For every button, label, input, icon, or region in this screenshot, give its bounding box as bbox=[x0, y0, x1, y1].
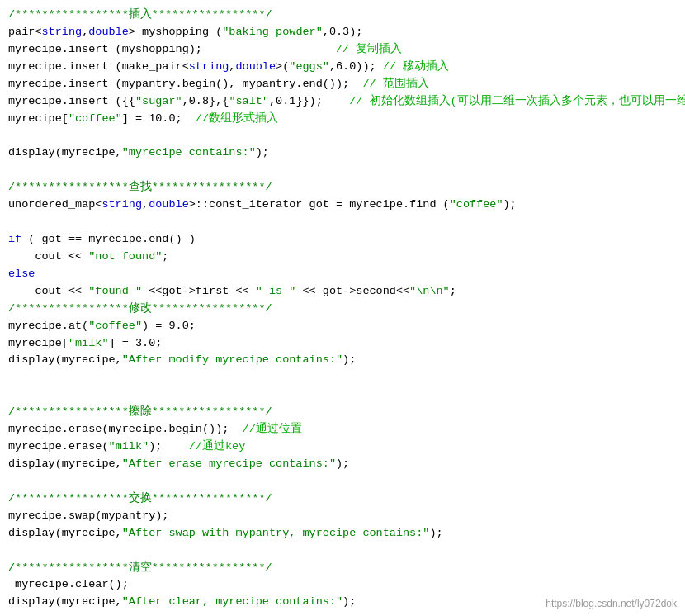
code-line-32 bbox=[8, 543, 677, 560]
code-line-7: myrecipe["coffee"] = 10.0; //数组形式插入 bbox=[8, 111, 677, 128]
code-line-23 bbox=[8, 386, 677, 404]
code-line-8 bbox=[8, 127, 677, 145]
code-line-2: pair<string,double> myshopping ("baking … bbox=[8, 24, 677, 41]
code-line-25: myrecipe.erase(myrecipe.begin()); //通过位置 bbox=[8, 421, 677, 438]
code-line-19: myrecipe.at("coffee") = 9.0; bbox=[8, 318, 677, 335]
code-container: /*****************插入*****************/ p… bbox=[0, 0, 685, 616]
code-line-4: myrecipe.insert (make_pair<string,double… bbox=[8, 59, 677, 76]
code-line-34: myrecipe.clear(); bbox=[8, 576, 677, 594]
code-line-15: cout << "not found"; bbox=[8, 249, 677, 266]
code-line-14: if ( got == myrecipe.end() ) bbox=[8, 231, 677, 249]
code-line-22 bbox=[8, 369, 677, 386]
code-line-13 bbox=[8, 214, 677, 231]
code-line-3: myrecipe.insert (myshopping); // 复制插入 bbox=[8, 41, 677, 59]
code-line-11: /*****************查找*****************/ bbox=[8, 179, 677, 197]
code-line-31: display(myrecipe,"After swap with mypant… bbox=[8, 525, 677, 543]
code-line-26: myrecipe.erase("milk"); //通过key bbox=[8, 438, 677, 456]
code-line-28 bbox=[8, 473, 677, 490]
code-line-30: myrecipe.swap(mypantry); bbox=[8, 508, 677, 525]
code-line-24: /*****************擦除*****************/ bbox=[8, 404, 677, 421]
code-line-27: display(myrecipe,"After erase myrecipe c… bbox=[8, 456, 677, 473]
code-line-1: /*****************插入*****************/ bbox=[8, 7, 677, 24]
code-line-20: myrecipe["milk"] = 3.0; bbox=[8, 335, 677, 353]
code-line-29: /*****************交换*****************/ bbox=[8, 490, 677, 508]
code-line-33: /*****************清空*****************/ bbox=[8, 560, 677, 577]
code-line-18: /*****************修改*****************/ bbox=[8, 301, 677, 318]
code-line-21: display(myrecipe,"After modify myrecipe … bbox=[8, 352, 677, 369]
watermark: https://blog.csdn.net/ly072dok bbox=[546, 596, 677, 612]
code-line-5: myrecipe.insert (mypantry.begin(), mypan… bbox=[8, 76, 677, 93]
code-line-16: else bbox=[8, 266, 677, 283]
code-line-9: display(myrecipe,"myrecipe contains:"); bbox=[8, 145, 677, 162]
code-line-10 bbox=[8, 162, 677, 179]
code-line-12: unordered_map<string,double>::const_iter… bbox=[8, 197, 677, 214]
code-line-17: cout << "found " <<got->first << " is " … bbox=[8, 283, 677, 301]
code-line-6: myrecipe.insert ({{"sugar",0.8},{"salt",… bbox=[8, 93, 677, 111]
